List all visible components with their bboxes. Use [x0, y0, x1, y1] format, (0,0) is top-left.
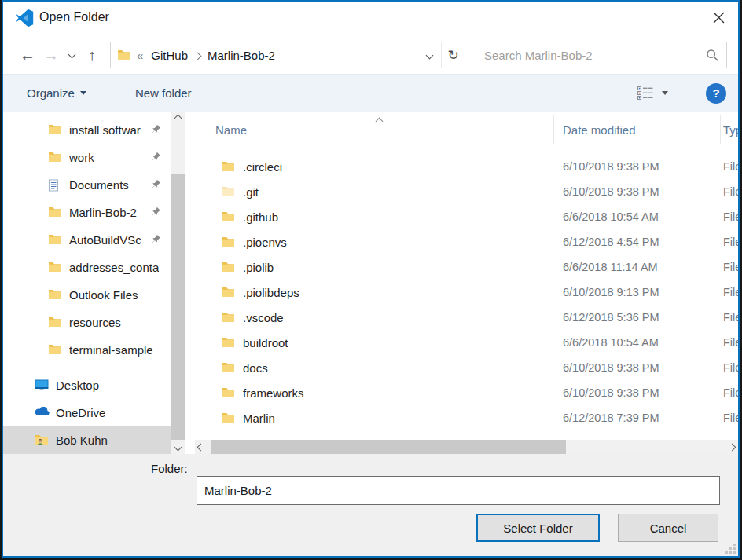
sidebar-item-outlook-files[interactable]: Outlook Files [3, 281, 171, 309]
file-name: buildroot [243, 336, 288, 350]
file-row-docs[interactable]: docs 6/10/2018 9:38 PM File [193, 355, 738, 380]
file-name: .circleci [243, 160, 282, 174]
up-button[interactable]: ↑ [80, 47, 104, 63]
search-icon[interactable] [706, 49, 719, 62]
recent-locations-icon[interactable] [63, 51, 80, 59]
close-icon[interactable] [705, 5, 732, 30]
new-folder-button[interactable]: New folder [135, 86, 192, 100]
sidebar-item-icon [48, 124, 62, 137]
file-name: .git [243, 185, 259, 199]
file-type: File [723, 412, 738, 424]
sidebar-item-documents[interactable]: Documents [3, 171, 171, 199]
file-row--piolibdeps[interactable]: .piolibdeps 6/10/2018 9:13 PM File [193, 280, 738, 305]
sidebar-item-icon [48, 152, 62, 164]
sidebar-item-label: terminal-sample [69, 343, 153, 357]
command-toolbar: Organize New folder [3, 74, 738, 112]
folder-icon [222, 412, 235, 423]
search-input[interactable]: Search Marlin-Bob-2 [476, 42, 727, 68]
new-folder-label: New folder [135, 86, 192, 100]
column-header-date-modified[interactable]: Date modified [563, 123, 636, 137]
file-date-modified: 6/10/2018 9:38 PM [563, 361, 659, 374]
folder-icon [222, 186, 235, 197]
pin-icon [151, 152, 162, 163]
folder-icon [48, 289, 61, 300]
breadcrumb-github[interactable]: GitHub [151, 49, 188, 62]
sidebar-item-label: resources [69, 316, 121, 329]
file-date-modified: 6/6/2018 10:54 AM [563, 336, 659, 349]
folder-label: Folder: [151, 462, 188, 475]
file-date-modified: 6/6/2018 11:14 AM [563, 261, 658, 273]
file-row--git[interactable]: .git 6/10/2018 9:38 PM File [193, 179, 738, 204]
file-row-frameworks[interactable]: frameworks 6/10/2018 9:38 PM File [193, 380, 738, 405]
navigation-pane: install softwar work Documents Marl [3, 112, 171, 454]
horizontal-scrollbar-thumb[interactable] [211, 440, 566, 454]
folder-icon [222, 262, 235, 273]
desktop-icon [35, 379, 49, 391]
file-type: File [723, 185, 738, 198]
sidebar-item-label: Desktop [56, 379, 99, 392]
folder-icon [222, 312, 235, 323]
column-header-name[interactable]: Name [215, 123, 247, 137]
horizontal-scrollbar[interactable] [195, 440, 738, 454]
select-folder-button[interactable]: Select Folder [476, 514, 600, 542]
sidebar-item-icon [48, 179, 62, 192]
help-button[interactable]: ? [706, 83, 726, 104]
pin-icon [151, 179, 161, 189]
folder-name-input[interactable]: Marlin-Bob-2 [197, 476, 720, 505]
documents-icon [48, 179, 59, 192]
sidebar-item-terminal-sample[interactable]: terminal-sample [3, 336, 171, 364]
refresh-icon[interactable]: ↻ [441, 42, 465, 68]
sidebar-scrollbar[interactable] [171, 112, 186, 454]
sidebar-item-work[interactable]: work [3, 144, 171, 171]
scroll-left-icon[interactable] [195, 440, 207, 454]
file-row--github[interactable]: .github 6/6/2018 10:54 AM File [193, 204, 738, 229]
file-name: .pioenvs [243, 236, 287, 249]
resize-grip[interactable] [725, 544, 736, 554]
sidebar-item-icon [48, 234, 62, 247]
sidebar-item-icon [48, 207, 62, 219]
sidebar-item-desktop[interactable]: Desktop [3, 372, 171, 399]
file-type: File [723, 311, 738, 324]
file-date-modified: 6/6/2018 10:54 AM [563, 210, 659, 223]
pin-icon [151, 124, 161, 134]
scroll-up-icon[interactable] [171, 112, 186, 125]
scroll-right-icon[interactable] [726, 440, 738, 454]
organize-menu[interactable]: Organize [27, 86, 86, 100]
sidebar-item-addresses-conta[interactable]: addresses_conta [3, 254, 171, 281]
sidebar-item-label: Outlook Files [69, 288, 138, 302]
sidebar-item-marlin-bob-2[interactable]: Marlin-Bob-2 [3, 199, 171, 226]
file-row--pioenvs[interactable]: .pioenvs 6/12/2018 4:54 PM File [193, 229, 738, 254]
breadcrumb-collapsed[interactable]: « [137, 49, 143, 62]
sidebar-item-autobuildvsc[interactable]: AutoBuildVSc [3, 226, 171, 254]
breadcrumb-current-folder[interactable]: Marlin-Bob-2 [208, 49, 275, 62]
column-header-type[interactable]: Typ [723, 123, 738, 137]
folder-icon [222, 337, 235, 348]
file-row--circleci[interactable]: .circleci 6/10/2018 9:38 PM File [193, 154, 738, 179]
sidebar-item-install-softwar[interactable]: install softwar [3, 116, 171, 144]
change-view-button[interactable] [637, 86, 668, 100]
address-dropdown-icon[interactable] [417, 42, 441, 68]
folder-icon [222, 287, 235, 298]
sidebar-item-bob-kuhn[interactable]: Bob Kuhn [3, 426, 171, 454]
list-header: Name Date modified Typ [193, 112, 738, 149]
sidebar-item-resources[interactable]: resources [3, 309, 171, 336]
back-button[interactable]: ← [16, 47, 39, 63]
file-type: File [723, 361, 738, 374]
forward-button[interactable]: → [39, 47, 63, 63]
file-row-marlin[interactable]: Marlin 6/12/2018 7:39 PM File [193, 405, 738, 430]
scroll-down-icon[interactable] [171, 441, 186, 454]
open-folder-dialog: Open Folder ← → ↑ « GitHub Marlin-Bob-2 [2, 0, 740, 558]
file-type: File [723, 336, 738, 349]
file-row-buildroot[interactable]: buildroot 6/6/2018 10:54 AM File [193, 330, 738, 355]
pin-icon [151, 234, 161, 244]
cancel-button[interactable]: Cancel [618, 514, 718, 542]
sidebar-item-onedrive[interactable]: OneDrive [3, 399, 171, 426]
file-row--vscode[interactable]: .vscode 6/12/2018 5:36 PM File [193, 305, 738, 330]
sidebar-item-icon [48, 262, 62, 274]
sidebar-item-label: AutoBuildVSc [69, 233, 141, 247]
sidebar-scrollbar-thumb[interactable] [171, 174, 186, 440]
file-row--piolib[interactable]: .piolib 6/6/2018 11:14 AM File [193, 254, 738, 280]
address-bar[interactable]: « GitHub Marlin-Bob-2 ↻ [110, 42, 465, 68]
sidebar-item-label: Marlin-Bob-2 [69, 206, 137, 219]
sidebar-item-icon [35, 379, 49, 392]
